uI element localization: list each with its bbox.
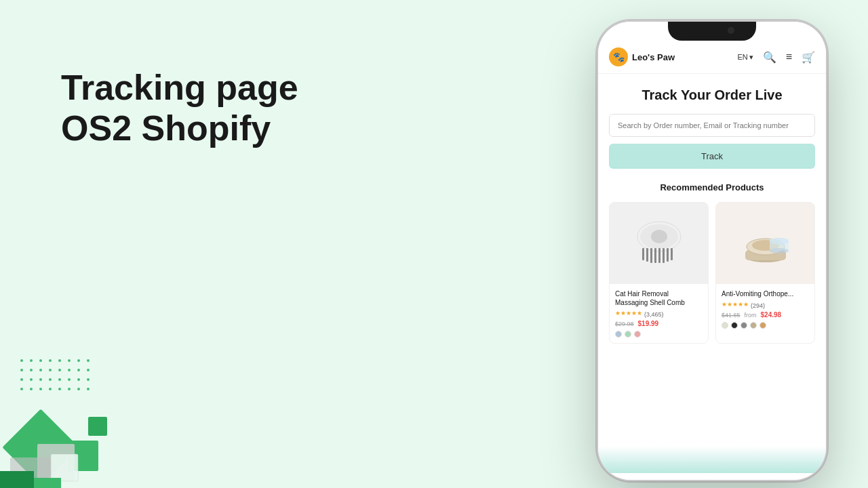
product-image-svg-1 (629, 213, 690, 274)
svg-rect-7 (34, 478, 61, 488)
dot-pattern-decoration (20, 359, 94, 394)
search-icon[interactable]: 🔍 (763, 51, 776, 64)
tracking-title: Track Your Order Live (609, 87, 815, 103)
store-logo: 🐾 Leo's Paw (609, 47, 675, 66)
swatch-gray[interactable] (741, 322, 747, 329)
cart-icon[interactable]: 🛒 (802, 51, 815, 64)
svg-rect-4 (10, 458, 54, 488)
product-info-1: Cat Hair Removal Massaging Shell Comb ★★… (610, 284, 708, 343)
product-reviews-2: (294) (751, 302, 765, 309)
color-swatches-2 (722, 322, 809, 329)
svg-rect-11 (642, 248, 644, 260)
svg-rect-17 (667, 248, 669, 262)
sale-price-2: $24.98 (761, 311, 782, 319)
product-name-2: Anti-Vomiting Orthope... (722, 289, 809, 298)
phone-camera (728, 27, 734, 34)
store-name: Leo's Paw (632, 52, 675, 62)
phone-mockup: 🐾 Leo's Paw EN ▾ 🔍 ≡ 🛒 Track Your Order … (597, 20, 827, 481)
bottom-content-indicator (598, 446, 826, 473)
swatch-beige[interactable] (722, 322, 728, 329)
svg-rect-15 (658, 248, 660, 263)
product-stars-1: ★★★★★ (615, 310, 642, 317)
swatch-tan[interactable] (750, 322, 757, 329)
language-label: EN (737, 53, 747, 61)
geo-decoration (0, 285, 156, 488)
recommended-section-title: Recommended Products (609, 182, 815, 192)
left-section: Tracking page OS2 Shopify (61, 68, 298, 149)
sale-price-1: $19.99 (638, 320, 659, 327)
track-button[interactable]: Track (609, 144, 815, 169)
phone-frame: 🐾 Leo's Paw EN ▾ 🔍 ≡ 🛒 Track Your Order … (597, 20, 827, 481)
language-selector[interactable]: EN ▾ (737, 53, 753, 62)
menu-icon[interactable]: ≡ (786, 51, 792, 63)
svg-point-25 (770, 248, 789, 253)
products-grid: Cat Hair Removal Massaging Shell Comb ★★… (609, 202, 815, 344)
page-title: Tracking page OS2 Shopify (61, 68, 298, 149)
original-price-2: $41.65 (722, 312, 741, 319)
svg-rect-5 (51, 454, 78, 481)
product-info-2: Anti-Vomiting Orthope... ★★★★★ (294) $41… (716, 284, 814, 334)
product-image-2 (716, 203, 814, 284)
title-line2: OS2 Shopify (61, 108, 271, 148)
tracking-search-input[interactable] (609, 114, 815, 137)
svg-rect-3 (37, 444, 75, 481)
from-label: from (745, 312, 757, 319)
swatch-blue[interactable] (615, 331, 622, 338)
svg-rect-1 (68, 441, 98, 471)
svg-rect-13 (650, 248, 652, 263)
phone-screen: 🐾 Leo's Paw EN ▾ 🔍 ≡ 🛒 Track Your Order … (598, 22, 826, 480)
product-image-1 (610, 203, 708, 284)
swatch-green[interactable] (625, 331, 631, 338)
product-name-1: Cat Hair Removal Massaging Shell Comb (615, 289, 703, 307)
svg-rect-12 (646, 248, 648, 262)
svg-rect-6 (0, 471, 34, 488)
svg-rect-0 (2, 409, 79, 485)
svg-rect-2 (88, 417, 107, 436)
original-price-1: $29.98 (615, 321, 634, 327)
logo-icon: 🐾 (609, 47, 628, 66)
swatch-pink[interactable] (634, 331, 641, 338)
price-row-2: $41.65 from $24.98 (722, 311, 809, 319)
svg-point-10 (651, 230, 667, 243)
phone-notch (668, 22, 756, 41)
product-reviews-1: (3,465) (644, 311, 664, 318)
logo-emoji: 🐾 (613, 52, 625, 62)
title-line1: Tracking page (61, 68, 298, 107)
svg-rect-16 (663, 248, 665, 263)
swatch-brown[interactable] (760, 322, 766, 329)
price-row-1: $29.98 $19.99 (615, 320, 703, 327)
product-card-1[interactable]: Cat Hair Removal Massaging Shell Comb ★★… (609, 202, 709, 344)
swatch-black[interactable] (731, 322, 738, 329)
product-image-svg-2 (735, 213, 796, 274)
chevron-down-icon: ▾ (749, 53, 753, 62)
header-right: EN ▾ 🔍 ≡ 🛒 (737, 51, 815, 64)
color-swatches-1 (615, 331, 703, 338)
svg-rect-14 (654, 248, 656, 263)
product-card-2[interactable]: Anti-Vomiting Orthope... ★★★★★ (294) $41… (715, 202, 815, 344)
product-stars-2: ★★★★★ (722, 301, 749, 308)
svg-rect-18 (671, 248, 673, 260)
phone-content: Track Your Order Live Track Recommended … (598, 74, 826, 344)
